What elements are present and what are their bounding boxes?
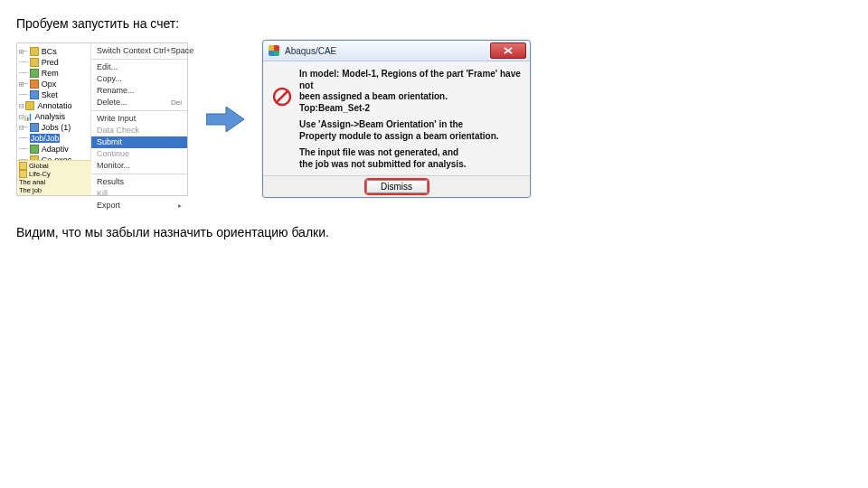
tree-item[interactable]: ┈┈Rem [19, 68, 89, 79]
menu-shortcut: Del [171, 99, 182, 107]
menu-submit[interactable]: Submit [91, 136, 187, 148]
msg-line: the job was not submitted for analysis. [299, 159, 521, 171]
tree-item[interactable]: ┈┈Sket [19, 89, 89, 100]
tree-item[interactable]: ⊟📊Analysis [19, 111, 89, 122]
tree-label: Analysis [34, 112, 65, 121]
close-button[interactable] [490, 42, 526, 59]
menu-rename[interactable]: Rename... [91, 85, 187, 97]
chevron-right-icon: ▸ [178, 202, 182, 210]
menu-label: Export [97, 201, 120, 210]
tree-label: Jobs (1) [42, 123, 71, 132]
tree-item-selected[interactable]: ┈┈Job/Job [19, 133, 89, 144]
info-strip: Global Life-Cy The anal The job [17, 160, 91, 195]
error-dialog: Abaqus/CAE In model: Model-1, Regions of… [262, 40, 531, 198]
tree-label: Sket [42, 90, 58, 99]
dialog-titlebar: Abaqus/CAE [263, 41, 530, 61]
abaqus-tree-panel: ⊞┈BCs ┈┈Pred ┈┈Rem ⊞┈Opx ┈┈Sket ⊟Annotat… [16, 42, 188, 196]
menu-label: Continue [97, 149, 129, 158]
tree-item[interactable]: ⊞┈Opx [19, 79, 89, 89]
menu-label: Delete... [97, 98, 127, 107]
close-icon [504, 47, 513, 54]
paragraph-top: Пробуем запустить на счет: [16, 16, 852, 31]
menu-results[interactable]: Results [91, 176, 187, 188]
menu-label: Rename... [97, 86, 135, 95]
paragraph-bottom: Видим, что мы забыли назначить ориентаци… [16, 225, 852, 239]
dialog-message: In model: Model-1, Regions of the part '… [299, 69, 521, 170]
msg-line: Property module to assign a beam orienta… [299, 131, 521, 143]
menu-label: Results [97, 177, 124, 186]
figure-row: ⊞┈BCs ┈┈Pred ┈┈Rem ⊞┈Opx ┈┈Sket ⊟Annotat… [16, 40, 852, 198]
menu-separator [91, 174, 187, 174]
menu-switch-context[interactable]: Switch Context Ctrl+Space [91, 45, 187, 57]
tree-label: Adaptiv [42, 145, 69, 154]
dialog-button-bar: Dismiss [263, 175, 530, 197]
menu-label: Write Input [97, 114, 136, 123]
tree-item[interactable]: ⊟┈Jobs (1) [19, 122, 89, 133]
svg-line-2 [277, 91, 288, 102]
menu-monitor[interactable]: Monitor... [91, 160, 187, 172]
dialog-title: Abaqus/CAE [285, 46, 490, 56]
msg-line: The input file was not generated, and [299, 147, 521, 159]
context-menu: Switch Context Ctrl+Space Edit... Copy..… [91, 43, 187, 213]
menu-delete[interactable]: Delete...Del [91, 97, 187, 108]
menu-continue[interactable]: Continue [91, 148, 187, 160]
tree-item[interactable]: ⊞┈BCs [19, 46, 89, 57]
chip-icon [19, 170, 27, 178]
forbidden-icon [272, 87, 292, 107]
menu-copy[interactable]: Copy... [91, 73, 187, 85]
app-icon [269, 45, 279, 56]
menu-label: Copy... [97, 74, 122, 83]
tree-label: Annotatio [37, 101, 71, 110]
dismiss-button[interactable]: Dismiss [366, 180, 428, 193]
menu-label: Submit [97, 137, 122, 146]
menu-edit[interactable]: Edit... [91, 61, 187, 73]
menu-label: Data Check [97, 126, 139, 135]
menu-label: Edit... [97, 62, 118, 71]
menu-export[interactable]: Export▸ [91, 200, 187, 211]
msg-line: In model: Model-1, Regions of the part '… [299, 69, 521, 91]
strip-label: Life-Cy [29, 170, 51, 178]
msg-line: Top:Beam_Set-2 [299, 103, 521, 115]
tree-label: Rem [42, 69, 59, 78]
menu-separator [91, 110, 187, 111]
menu-label: Kill [97, 189, 108, 198]
dialog-body: In model: Model-1, Regions of the part '… [263, 61, 530, 175]
chip-icon [19, 162, 27, 170]
strip-label: The anal [19, 178, 45, 186]
menu-separator [91, 59, 187, 60]
strip-label: Global [29, 162, 49, 170]
menu-write-input[interactable]: Write Input [91, 113, 187, 125]
tree-item[interactable]: ┈┈Adaptiv [19, 144, 89, 155]
tree-label: Job/Job [30, 134, 61, 143]
tree-item[interactable]: ⊟Annotatio [19, 100, 89, 111]
tree-label: Opx [42, 80, 57, 89]
tree-label: Pred [42, 58, 59, 67]
msg-line: been assigned a beam orientation. [299, 91, 521, 103]
menu-data-check[interactable]: Data Check [91, 125, 187, 136]
tree-label: BCs [42, 47, 57, 56]
menu-kill[interactable]: Kill [91, 188, 187, 200]
tree-item[interactable]: ┈┈Pred [19, 57, 89, 68]
menu-label: Monitor... [97, 161, 130, 170]
msg-line: Use 'Assign->Beam Orientation' in the [299, 119, 521, 131]
menu-label: Switch Context Ctrl+Space [97, 46, 193, 55]
strip-label: The job [19, 186, 42, 194]
arrow-right-icon [206, 105, 244, 134]
svg-marker-0 [206, 107, 244, 132]
